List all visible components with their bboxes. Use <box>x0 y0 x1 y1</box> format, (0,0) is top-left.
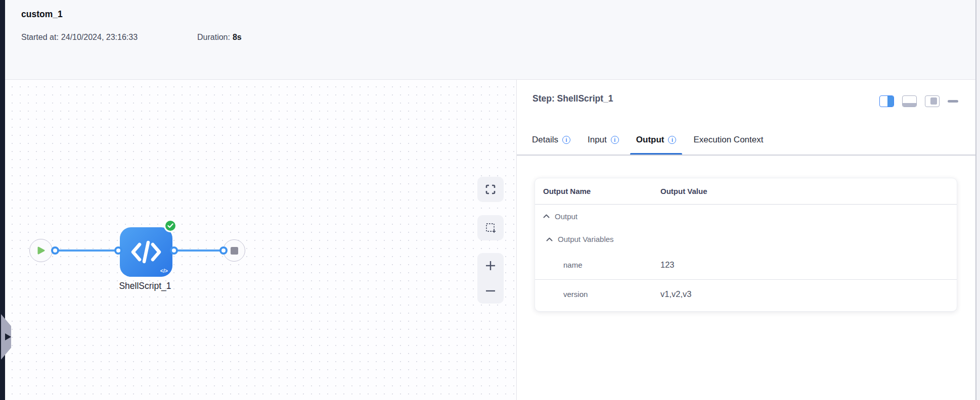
zoom-in-button[interactable] <box>477 253 504 278</box>
group-row-output-variables[interactable]: Output Variables <box>535 228 957 251</box>
group-label: Output Variables <box>558 235 614 243</box>
tab-execution-context[interactable]: Execution Context <box>693 124 763 155</box>
workflow-title: custom_1 <box>21 9 63 20</box>
step-panel-title: Step: ShellScript_1 <box>532 93 613 104</box>
port-ring <box>114 246 122 255</box>
output-name: version <box>563 290 588 298</box>
table-header-row: Output Name Output Value <box>535 178 957 205</box>
plus-icon <box>484 260 497 272</box>
stop-icon <box>231 247 238 255</box>
info-icon[interactable]: i <box>562 136 570 144</box>
workflow-canvas[interactable]: </> ShellScript_1 <box>5 80 517 400</box>
info-icon[interactable]: i <box>611 136 619 144</box>
right-arrow-icon <box>5 333 11 340</box>
started-at-label: Started at: <box>21 33 59 41</box>
workflow-run-page: custom_1 Started at:24/10/2024, 23:16:33… <box>0 0 980 400</box>
group-row-output[interactable]: Output <box>535 205 957 228</box>
column-output-value: Output Value <box>660 187 707 195</box>
output-table-card: Output Name Output Value Output Output V… <box>534 178 957 312</box>
run-header: custom_1 Started at:24/10/2024, 23:16:33… <box>5 0 975 80</box>
start-node[interactable] <box>29 239 53 262</box>
step-panel: Step: ShellScript_1 Details i Input i Ou… <box>517 80 975 400</box>
tabs-bar: Details i Input i Output i Execution Con… <box>532 124 763 155</box>
table-row: name 123 <box>535 251 957 279</box>
zoom-controls <box>477 253 504 304</box>
shellscript-node[interactable]: </> <box>120 227 172 277</box>
column-output-name: Output Name <box>543 187 591 195</box>
duration-text: Duration:8s <box>197 33 242 42</box>
chevron-up-icon[interactable] <box>546 237 553 241</box>
layout-split-bottom-icon[interactable] <box>902 95 917 107</box>
group-label: Output <box>555 212 577 221</box>
started-at-value: 24/10/2024, 23:16:33 <box>61 33 138 41</box>
code-icon <box>130 240 162 264</box>
started-at-text: Started at:24/10/2024, 23:16:33 <box>21 33 138 42</box>
duration-value: 8s <box>233 33 242 41</box>
success-check-icon <box>164 219 177 232</box>
fit-view-icon <box>484 183 497 195</box>
minimize-panel-icon[interactable] <box>948 100 958 103</box>
port-ring <box>219 246 228 255</box>
layout-floating-panel-icon[interactable] <box>925 95 940 107</box>
node-label: ShellScript_1 <box>95 281 196 291</box>
edge-start-to-node <box>55 249 118 252</box>
box-select-button[interactable] <box>477 215 504 240</box>
tab-output[interactable]: Output i <box>636 124 677 155</box>
edge-node-to-end <box>174 249 224 252</box>
output-value: v1,v2,v3 <box>660 289 691 299</box>
scrollbar-track[interactable] <box>975 0 976 400</box>
port-ring <box>170 246 178 255</box>
info-icon[interactable]: i <box>668 136 676 144</box>
port-ring <box>51 246 59 255</box>
play-icon <box>37 246 46 255</box>
tab-input[interactable]: Input i <box>588 124 619 155</box>
output-name: name <box>563 261 583 269</box>
output-value: 123 <box>660 260 675 270</box>
layout-split-right-icon[interactable] <box>879 95 894 107</box>
duration-label: Duration: <box>197 33 230 41</box>
code-badge-icon: </> <box>160 268 168 274</box>
fit-view-button[interactable] <box>477 177 504 202</box>
panel-layout-controls <box>879 95 958 107</box>
zoom-out-button[interactable] <box>477 278 504 304</box>
minus-icon <box>484 285 497 297</box>
chevron-up-icon[interactable] <box>543 214 550 218</box>
tabs-divider <box>517 155 975 156</box>
box-select-icon <box>484 222 497 234</box>
tab-details[interactable]: Details i <box>532 124 570 155</box>
table-row: version v1,v2,v3 <box>535 279 957 309</box>
